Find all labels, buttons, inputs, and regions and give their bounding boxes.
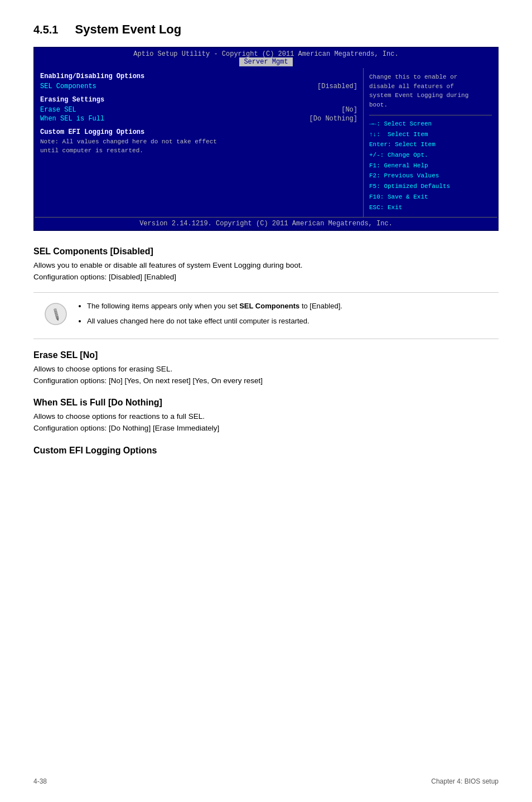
bios-item-erase-sel: Erase SEL [No]	[40, 106, 357, 114]
bios-active-tab: Server Mgmt	[239, 57, 292, 66]
note-icon	[42, 301, 69, 327]
note-bullet1-pre: The following items appears only when yo…	[87, 302, 239, 310]
sel-components-desc: Allows you to enable or disable all feat…	[33, 260, 499, 283]
bios-group3-label: Custom EFI Logging Options	[40, 128, 357, 136]
note-content: The following items appears only when yo…	[78, 301, 342, 331]
bios-group1-label: Enabling/Disabling Options	[40, 73, 357, 80]
bios-key-help: →←: Select Screen ↑↓: Select Item Enter:…	[369, 119, 492, 212]
bios-right-divider	[369, 115, 492, 115]
bios-erase-sel-value: [No]	[341, 106, 357, 114]
note-bullet1-bold: SEL Components	[239, 302, 299, 310]
note-box: The following items appears only when yo…	[33, 292, 499, 339]
bios-left-panel: Enabling/Disabling Options SEL Component…	[35, 68, 364, 217]
note-bullet2: All values changed here do not take effe…	[87, 317, 309, 325]
footer-page-number: 4-38	[33, 777, 47, 785]
custom-efi-heading: Custom EFI Logging Options	[33, 446, 499, 456]
bios-item-when-full: When SEL is Full [Do Nothing]	[40, 115, 357, 123]
bios-sel-components-label: SEL Components	[40, 83, 96, 90]
bios-header: Aptio Setup Utility - Copyright (C) 2011…	[35, 48, 497, 68]
bios-terminal-box: Aptio Setup Utility - Copyright (C) 2011…	[33, 47, 499, 231]
bios-when-full-value: [Do Nothing]	[309, 115, 357, 123]
bios-when-full-label: When SEL is Full	[40, 115, 104, 123]
bios-right-description: Change this to enable ordisable all feat…	[369, 73, 492, 109]
note-bullet1-post: to [Enabled].	[299, 302, 342, 310]
bios-footer: Version 2.14.1219. Copyright (C) 2011 Am…	[35, 217, 497, 230]
page-footer: 4-38 Chapter 4: BIOS setup	[0, 777, 532, 785]
bios-note-line1: Note: All values changed here do not tak…	[40, 138, 357, 145]
section-heading: 4.5.1 System Event Log	[33, 22, 499, 37]
erase-sel-heading: Erase SEL [No]	[33, 350, 499, 360]
bios-content: Enabling/Disabling Options SEL Component…	[35, 68, 497, 217]
when-sel-full-desc: Allows to choose options for reactions t…	[33, 411, 499, 434]
sel-components-heading: SEL Components [Disabled]	[33, 247, 499, 257]
bios-right-panel: Change this to enable ordisable all feat…	[364, 68, 497, 217]
bios-header-text: Aptio Setup Utility - Copyright (C) 2011…	[133, 50, 398, 58]
section-title: System Event Log	[75, 22, 181, 37]
bios-item-sel-components: SEL Components [Disabled]	[40, 83, 357, 90]
bios-group2-label: Erasing Settings	[40, 96, 357, 104]
bios-note-line2: until computer is restarted.	[40, 147, 357, 154]
footer-chapter: Chapter 4: BIOS setup	[431, 777, 499, 785]
bios-sel-components-value: [Disabled]	[317, 83, 357, 90]
bios-erase-sel-label: Erase SEL	[40, 106, 76, 114]
section-number: 4.5.1	[33, 23, 58, 36]
erase-sel-desc: Allows to choose options for erasing SEL…	[33, 364, 499, 387]
when-sel-full-heading: When SEL is Full [Do Nothing]	[33, 398, 499, 408]
